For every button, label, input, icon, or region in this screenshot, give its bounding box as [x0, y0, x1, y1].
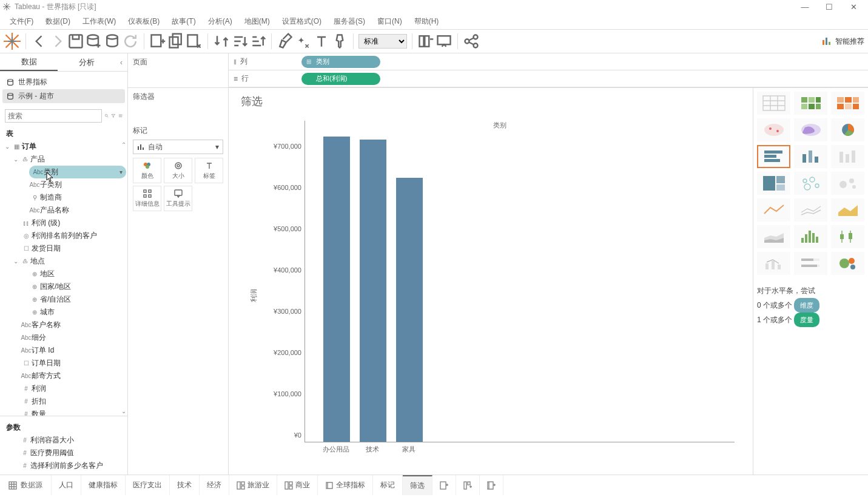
dashboard-business[interactable]: 商业: [277, 475, 318, 495]
showme-tree[interactable]: [757, 172, 790, 195]
marks-detail[interactable]: 详细信息: [133, 186, 161, 211]
sheet-filter[interactable]: 筛选: [403, 475, 432, 495]
viz-title[interactable]: 筛选: [241, 94, 741, 109]
collapse-pane-button[interactable]: ‹: [115, 53, 127, 71]
group-button[interactable]: [295, 33, 312, 50]
field-region[interactable]: ⊕地区: [1, 268, 126, 280]
sheet-population[interactable]: 人口: [52, 475, 81, 495]
showme-stacked[interactable]: [831, 145, 864, 168]
showme-pie[interactable]: [831, 118, 864, 141]
presentation-button[interactable]: [436, 33, 453, 50]
showme-heat[interactable]: [794, 92, 827, 115]
menu-window[interactable]: 窗口(N): [372, 14, 407, 29]
showme-box[interactable]: [831, 225, 864, 248]
story-global[interactable]: 全球指标: [318, 475, 373, 495]
sheet-tech[interactable]: 技术: [170, 475, 200, 495]
sort-desc-button[interactable]: [249, 33, 266, 50]
field-country[interactable]: ⊕国家/地区: [1, 280, 126, 293]
fit-dropdown[interactable]: 标准: [358, 34, 407, 49]
text-button[interactable]: [313, 33, 330, 50]
columns-shelf[interactable]: ⦀列 ⊞类别: [229, 53, 868, 70]
scroll-up-icon[interactable]: ⌃: [121, 141, 126, 148]
showme-line2[interactable]: [794, 198, 827, 221]
pin-button[interactable]: [331, 33, 348, 50]
menu-format[interactable]: 设置格式(O): [277, 14, 326, 29]
sheet-health[interactable]: 健康指标: [81, 475, 126, 495]
datasource-world[interactable]: 世界指标: [2, 75, 125, 89]
field-segment[interactable]: Abc细分: [1, 331, 126, 344]
menu-server[interactable]: 服务器(S): [329, 14, 370, 29]
swap-button[interactable]: [213, 33, 230, 50]
datasource-tab[interactable]: 数据源: [0, 475, 52, 495]
bar-技术[interactable]: [360, 140, 386, 442]
bar-家具[interactable]: [396, 178, 423, 442]
clear-button[interactable]: [186, 33, 203, 50]
param-2[interactable]: #医疗费用阈值: [0, 447, 127, 459]
rows-shelf[interactable]: ≡行 总和(利润): [229, 70, 868, 87]
menu-dashboard[interactable]: 仪表板(B): [123, 14, 164, 29]
rows-pill-profit[interactable]: 总和(利润): [301, 73, 380, 85]
field-customer-name[interactable]: Abc客户名称: [1, 319, 126, 331]
menu-data[interactable]: 数据(D): [41, 14, 75, 29]
field-province[interactable]: ⊕省/自治区: [1, 293, 126, 306]
save-button[interactable]: [67, 33, 84, 50]
datasource-superstore[interactable]: 示例 - 超市: [2, 89, 125, 103]
new-datasource-button[interactable]: [86, 33, 103, 50]
highlight-button[interactable]: [277, 33, 294, 50]
showme-circle[interactable]: [794, 172, 827, 195]
search-icon[interactable]: [104, 110, 109, 121]
field-ship-date[interactable]: ☐发货日期: [1, 242, 126, 255]
marks-size[interactable]: 大小: [164, 158, 192, 183]
columns-pill-category[interactable]: ⊞类别: [301, 56, 380, 68]
forward-button[interactable]: [49, 33, 66, 50]
share-button[interactable]: [463, 33, 480, 50]
menu-story[interactable]: 故事(T): [167, 14, 200, 29]
showme-highlight[interactable]: [831, 92, 864, 115]
field-profit[interactable]: #利润: [1, 382, 126, 395]
show-cards-button[interactable]: [417, 33, 434, 50]
showme-hist[interactable]: [794, 225, 827, 248]
param-3[interactable]: #选择利润前多少名客户: [0, 459, 127, 472]
menu-worksheet[interactable]: 工作表(W): [78, 14, 121, 29]
showme-vbar[interactable]: [794, 145, 827, 168]
field-city[interactable]: ⊕城市: [1, 306, 126, 319]
back-button[interactable]: [31, 33, 48, 50]
duplicate-button[interactable]: [167, 33, 184, 50]
folder-location[interactable]: ⌄♳地点: [1, 255, 126, 268]
field-subcategory[interactable]: Abc子类别: [1, 178, 126, 191]
refresh-button[interactable]: [122, 33, 139, 50]
marks-tooltip[interactable]: 工具提示: [164, 186, 192, 211]
minimize-button[interactable]: —: [793, 2, 817, 12]
menu-help[interactable]: 帮助(H): [409, 14, 444, 29]
showme-bubble[interactable]: [831, 172, 864, 195]
pause-refresh-button[interactable]: [104, 33, 121, 50]
showme-packed[interactable]: [831, 252, 864, 275]
close-button[interactable]: ✕: [841, 2, 866, 12]
table-orders[interactable]: ⌄▦订单: [1, 140, 126, 153]
menu-analysis[interactable]: 分析(A): [203, 14, 237, 29]
showme-table[interactable]: [757, 92, 790, 115]
marks-color[interactable]: 颜色: [133, 158, 161, 183]
marks-label[interactable]: 标签: [195, 158, 223, 183]
field-ship-mode[interactable]: Abc邮寄方式: [1, 370, 126, 382]
showme-combo[interactable]: [757, 252, 790, 275]
menu-map[interactable]: 地图(M): [240, 14, 275, 29]
showme-hbar[interactable]: [757, 145, 790, 168]
dashboard-tourism[interactable]: 旅游业: [229, 475, 277, 495]
filters-card[interactable]: 筛选器: [128, 88, 229, 122]
scroll-down-icon[interactable]: ⌄: [121, 408, 126, 414]
search-input[interactable]: [5, 109, 102, 123]
showme-map-fill[interactable]: [794, 118, 827, 141]
showme-area2[interactable]: [757, 225, 790, 248]
showme-line[interactable]: [757, 198, 790, 221]
field-product-name[interactable]: Abc产品名称: [1, 204, 126, 217]
folder-product[interactable]: ⌄♳产品: [1, 153, 126, 166]
pages-card[interactable]: 页面: [128, 53, 229, 87]
maximize-button[interactable]: ☐: [817, 2, 841, 12]
field-order-date[interactable]: ☐订单日期: [1, 357, 126, 370]
field-category[interactable]: Abc类别▾: [29, 166, 126, 178]
showme-area[interactable]: [831, 198, 864, 221]
menu-file[interactable]: 文件(F): [5, 14, 38, 29]
marks-type-dropdown[interactable]: 自动▾: [133, 140, 223, 154]
data-tab[interactable]: 数据: [0, 53, 58, 71]
